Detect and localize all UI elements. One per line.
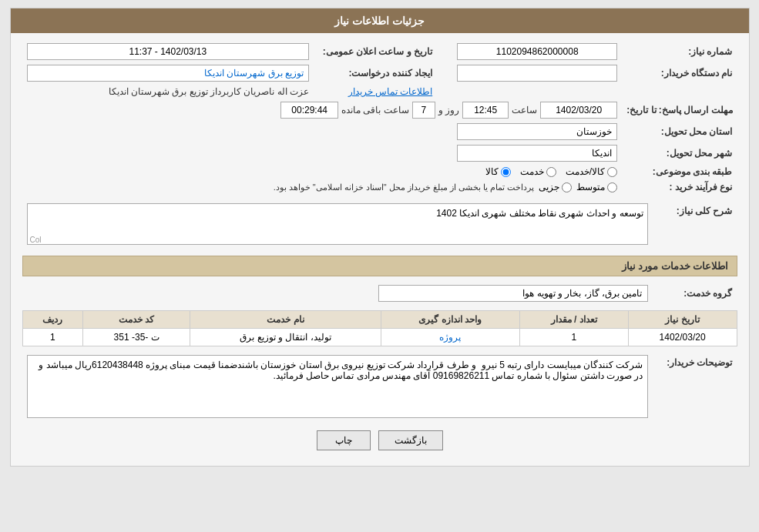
deadline-remaining-input[interactable]: [280, 102, 338, 119]
description-textarea[interactable]: توسعه و احداث شهری نقاط مختلف شهری اندیک…: [27, 203, 648, 245]
deadline-days-label: روز و: [438, 105, 459, 115]
need-number-label: شماره نیاز:: [622, 41, 737, 62]
content-area: شماره نیاز: تاریخ و ساعت اعلان عمومی: نا…: [11, 33, 749, 466]
col-date: تاریخ نیاز: [628, 311, 737, 329]
need-number-input[interactable]: [457, 43, 617, 60]
city-label: شهر محل تحویل:: [622, 142, 737, 164]
buttons-row: بازگشت چاپ: [22, 430, 737, 450]
province-input[interactable]: [457, 123, 617, 140]
deadline-date-input[interactable]: [540, 102, 617, 119]
category-khedmat-radio[interactable]: [546, 167, 556, 177]
cell-date: 1402/03/20: [628, 329, 737, 346]
deadline-days-input[interactable]: [412, 102, 435, 119]
deadline-time-input[interactable]: [462, 102, 509, 119]
process-jozi-option[interactable]: جزیی: [539, 182, 572, 192]
print-button[interactable]: چاپ: [317, 430, 371, 450]
process-motasat-option[interactable]: متوسط: [576, 182, 617, 192]
col-name: نام خدمت: [190, 311, 381, 329]
buyer-contact-link[interactable]: اطلاعات تماس خریدار: [348, 86, 433, 97]
services-section-header: اطلاعات خدمات مورد نیاز: [22, 256, 737, 276]
city-cell: [452, 142, 622, 164]
province-cell: [452, 121, 622, 142]
announce-datetime-cell: [22, 41, 314, 62]
buyer-station-input[interactable]: [457, 65, 617, 82]
page-container: جزئیات اطلاعات نیاز شماره نیاز: تاریخ و …: [10, 8, 750, 467]
process-motasat-radio[interactable]: [607, 182, 617, 192]
process-jozi-radio[interactable]: [562, 182, 572, 192]
buyer-notes-textarea[interactable]: شرکت کنندگان میبایست دارای رتبه 5 نیرو و…: [27, 355, 648, 418]
table-row: 1402/03/201پروژهتولید، انتقال و توزیع بر…: [22, 329, 737, 346]
requester-text: عزت اله ناصریان کاربرداز توزیع برق شهرست…: [109, 86, 309, 97]
announce-datetime-input[interactable]: [27, 43, 310, 60]
col-code: کد خدمت: [83, 311, 190, 329]
back-button[interactable]: بازگشت: [378, 430, 443, 450]
deadline-remaining-label-text: ساعت باقی مانده: [341, 105, 409, 115]
col-unit: واحد اندازه گیری: [381, 311, 519, 329]
category-kala-radio[interactable]: [501, 167, 511, 177]
category-khedmat-label: خدمت: [520, 166, 544, 177]
cell-unit: پروژه: [381, 329, 519, 346]
category-label: طبقه بندی موضوعی:: [622, 164, 737, 179]
creator-cell: [22, 62, 314, 84]
cell-count: 1: [519, 329, 628, 346]
services-table: تاریخ نیاز تعداد / مقدار واحد اندازه گیر…: [22, 310, 737, 346]
service-group-cell: [22, 283, 653, 304]
creator-label: ایجاد کننده درخواست:: [314, 62, 437, 84]
buyer-contact-cell: اطلاعات تماس خریدار: [314, 84, 437, 99]
buyer-notes-table: توضیحات خریدار: شرکت کنندگان میبایست دار…: [22, 353, 737, 423]
deadline-row-cell: ساعت روز و ساعت باقی مانده: [22, 99, 623, 121]
process-note: پرداخت تمام یا بخشی از مبلغ خریداز محل "…: [274, 182, 535, 192]
creator-input[interactable]: [27, 65, 310, 82]
deadline-time-label: ساعت: [512, 105, 537, 115]
need-number-cell: [452, 41, 622, 62]
deadline-label: مهلت ارسال پاسخ: تا تاریخ:: [622, 99, 737, 121]
buyer-notes-cell: شرکت کنندگان میبایست دارای رتبه 5 نیرو و…: [22, 353, 653, 423]
page-title: جزئیات اطلاعات نیاز: [334, 15, 425, 27]
col-indicator: Col: [30, 236, 42, 244]
description-cell: توسعه و احداث شهری نقاط مختلف شهری اندیک…: [22, 201, 653, 249]
col-count: تعداد / مقدار: [519, 311, 628, 329]
province-label: استان محل تحویل:: [622, 121, 737, 142]
process-motasat-label: متوسط: [576, 182, 605, 192]
cell-code: ت -35- 351: [83, 329, 190, 346]
process-label: نوع فرآیند خرید :: [622, 179, 737, 195]
requester-cell: عزت اله ناصریان کاربرداز توزیع برق شهرست…: [22, 84, 314, 99]
category-kala-option[interactable]: کالا: [485, 166, 511, 177]
service-group-label: گروه خدمت:: [653, 283, 737, 304]
main-form-table: شماره نیاز: تاریخ و ساعت اعلان عمومی: نا…: [22, 41, 737, 195]
buyer-notes-label: توضیحات خریدار:: [653, 353, 737, 423]
process-cell: متوسط جزیی پرداخت تمام یا بخشی از مبلغ خ…: [22, 179, 623, 195]
buyer-station-cell: [452, 62, 622, 84]
cell-row: 1: [22, 329, 83, 346]
category-kala-label: کالا: [485, 166, 499, 177]
process-jozi-label: جزیی: [539, 182, 559, 192]
announce-datetime-label: تاریخ و ساعت اعلان عمومی:: [314, 41, 437, 62]
col-row: ردیف: [22, 311, 83, 329]
category-kala-khedmat-label: کالا/خدمت: [566, 166, 605, 177]
city-input[interactable]: [457, 145, 617, 162]
description-label: شرح کلی نیاز:: [653, 201, 737, 249]
category-kala-khedmat-radio[interactable]: [607, 167, 617, 177]
cell-name: تولید، انتقال و توزیع برق: [190, 329, 381, 346]
buyer-station-label: نام دستگاه خریدار:: [622, 62, 737, 84]
description-table: شرح کلی نیاز: توسعه و احداث شهری نقاط مخ…: [22, 201, 737, 249]
service-group-table: گروه خدمت:: [22, 283, 737, 304]
service-group-input[interactable]: [378, 285, 648, 302]
category-cell: کالا/خدمت خدمت کالا: [22, 164, 623, 179]
page-header: جزئیات اطلاعات نیاز: [11, 8, 749, 33]
category-kala-khedmat-option[interactable]: کالا/خدمت: [566, 166, 617, 177]
category-khedmat-option[interactable]: خدمت: [520, 166, 556, 177]
